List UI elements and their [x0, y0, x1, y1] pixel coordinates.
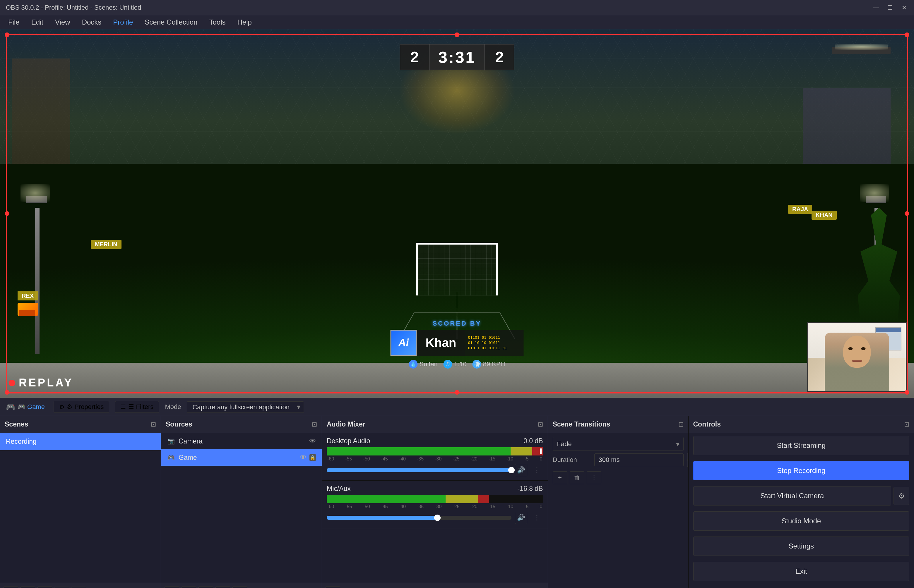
desktop-audio-slider[interactable] [327, 468, 512, 472]
game-source-indicator: 🎮 🎮 Game [6, 402, 48, 412]
move-scene-up-button[interactable]: ▲ [55, 586, 69, 588]
menu-tools[interactable]: Tools [204, 16, 231, 29]
game-preview: 2 3:31 2 MERLIN KHAN RAJA REX SCO [0, 29, 914, 398]
preview-area[interactable]: 2 3:31 2 MERLIN KHAN RAJA REX SCO [0, 29, 914, 398]
sources-title: Sources [166, 420, 192, 428]
start-virtual-camera-button[interactable]: Start Virtual Camera [693, 486, 891, 506]
move-source-up-button[interactable]: ▲ [216, 586, 230, 588]
copy-scene-button[interactable]: ⧉ [37, 586, 52, 588]
filters-tab[interactable]: ☰ ☰ Filters [115, 401, 159, 413]
remove-source-button[interactable]: 🗑 [182, 586, 196, 588]
app-title: OBS 30.0.2 - Profile: Untitled - Scenes:… [6, 4, 141, 11]
scene-item-recording[interactable]: Recording [0, 433, 161, 450]
controls-expand-icon[interactable]: ⊡ [904, 421, 909, 428]
score-time: 3:31 [429, 44, 485, 70]
add-scene-button[interactable]: + [3, 586, 18, 588]
camera-visibility-btn[interactable]: 👁 [310, 437, 316, 445]
mode-select[interactable]: Capture any fullscreen application [187, 401, 304, 413]
studio-mode-button[interactable]: Studio Mode [693, 511, 910, 531]
scored-by-overlay: SCORED BY Ai Khan 01101 01 0101101 10 10… [391, 320, 524, 368]
game-lock-icon[interactable]: 🔒 [310, 454, 316, 461]
menu-profile[interactable]: Profile [108, 16, 138, 29]
sources-list: 📷 Camera 👁 🎮 Game 👁 🔒 [161, 433, 322, 583]
scenes-list: Recording [0, 433, 161, 583]
settings-button[interactable]: Settings [693, 536, 910, 556]
audio-channels-list: Desktop Audio 0.0 dB -60-55-50-45-40-35-… [322, 433, 548, 583]
transitions-header: Scene Transitions ⊡ [548, 416, 688, 433]
audio-mixer-expand-icon[interactable]: ⊡ [538, 421, 543, 428]
person-body [825, 333, 889, 391]
audio-link-btn[interactable]: 🔗 [326, 586, 340, 588]
duration-spinner: ▲ ▼ [687, 453, 688, 467]
transitions-content: Fade ▾ Duration ▲ ▼ + 🗑 ⋮ [548, 433, 688, 588]
sources-panel-header: Sources ⊡ [161, 416, 322, 433]
stop-recording-button[interactable]: Stop Recording [693, 461, 910, 480]
scenes-expand-icon[interactable]: ⊡ [151, 421, 156, 428]
desktop-audio-meter [327, 447, 543, 456]
desktop-audio-cursor [540, 449, 541, 454]
transitions-expand-icon[interactable]: ⊡ [678, 421, 684, 428]
transition-select-wrap: Fade ▾ [553, 437, 684, 451]
mic-aux-channel: Mic/Aux -16.8 dB -60-55-50-45-40-35-30-2… [322, 481, 548, 528]
menu-scene-collection[interactable]: Scene Collection [139, 16, 203, 29]
light-pole-left [35, 208, 39, 354]
source-item-game[interactable]: 🎮 Game 👁 🔒 [161, 449, 322, 466]
filters-icon: ☰ [121, 404, 126, 410]
game-visibility-btn[interactable]: 👁 [300, 454, 306, 461]
game-icon: 🎮 [6, 402, 15, 412]
scenes-toolbar: + 🗑 ⧉ ▲ ▼ [0, 583, 161, 588]
virtual-camera-settings-icon: ⚙ [898, 491, 905, 501]
minimize-button[interactable]: — [872, 3, 880, 12]
remove-scene-button[interactable]: 🗑 [21, 586, 35, 588]
move-scene-down-button[interactable]: ▼ [71, 586, 86, 588]
transition-menu-btn[interactable]: ⋮ [587, 471, 601, 484]
remove-transition-btn[interactable]: 🗑 [570, 471, 584, 484]
score-team1: 2 [400, 44, 429, 70]
audio-mixer-panel: Audio Mixer ⊡ Desktop Audio 0.0 dB [322, 416, 548, 588]
source-item-camera[interactable]: 📷 Camera 👁 [161, 433, 322, 449]
move-source-down-button[interactable]: ▼ [232, 586, 247, 588]
virtual-camera-settings-button[interactable]: ⚙ [893, 487, 909, 505]
mic-aux-slider[interactable] [327, 516, 512, 520]
start-streaming-button[interactable]: Start Streaming [693, 436, 910, 455]
properties-tab[interactable]: ⚙ ⚙ Properties [53, 401, 109, 413]
audio-mixer-menu-btn[interactable]: ⋮ [342, 586, 355, 588]
mode-bar: 🎮 🎮 Game ⚙ ⚙ Properties ☰ ☰ Filters Mode… [0, 398, 914, 416]
exit-button[interactable]: Exit [693, 562, 910, 581]
desktop-audio-menu-btn[interactable]: ⋮ [531, 464, 543, 476]
add-source-button[interactable]: + [165, 586, 179, 588]
webcam-overlay [807, 322, 907, 392]
mic-aux-menu-btn[interactable]: ⋮ [531, 512, 543, 524]
duration-row: Duration ▲ ▼ [553, 453, 684, 467]
transitions-title: Scene Transitions [553, 420, 610, 428]
title-bar: OBS 30.0.2 - Profile: Untitled - Scenes:… [0, 0, 914, 15]
mic-aux-scale: -60-55-50-45-40-35-30-25-20-15-10-50 [327, 504, 543, 509]
menu-help[interactable]: Help [232, 16, 257, 29]
overhead-lights [832, 47, 891, 54]
transition-select[interactable]: Fade [553, 437, 684, 451]
close-button[interactable]: ✕ [900, 3, 908, 12]
add-transition-btn[interactable]: + [553, 471, 567, 484]
sources-expand-icon[interactable]: ⊡ [312, 421, 317, 428]
desktop-audio-mute-btn[interactable]: 🔊 [515, 464, 527, 476]
source-settings-button[interactable]: ⚙ [198, 586, 213, 588]
duration-spin-down[interactable]: ▼ [687, 460, 688, 467]
scored-by-stats: 💧 Sultan ⏱ 1:10 💨 89 KPH [409, 360, 505, 368]
menu-edit[interactable]: Edit [26, 16, 49, 29]
replay-indicator: REPLAY [9, 376, 73, 389]
bottom-panels: Scenes ⊡ Recording + 🗑 ⧉ ▲ ▼ Sources ⊡ [0, 416, 914, 588]
sources-toolbar: + 🗑 ⚙ ▲ ▼ [161, 583, 322, 588]
maximize-button[interactable]: ❐ [886, 3, 894, 12]
duration-spin-up[interactable]: ▲ [687, 453, 688, 460]
mic-aux-mute-btn[interactable]: 🔊 [515, 512, 527, 524]
menu-docks[interactable]: Docks [77, 16, 107, 29]
audio-mixer-toolbar: 🔗 ⋮ [322, 583, 548, 588]
menu-view[interactable]: View [50, 16, 76, 29]
duration-input[interactable] [594, 454, 684, 466]
scenes-title: Scenes [5, 420, 28, 428]
player-rex: REX [18, 291, 38, 316]
game-source-icon: 🎮 [167, 454, 175, 462]
replay-dot [9, 380, 15, 386]
menu-file[interactable]: File [3, 16, 25, 29]
scored-by-data: 01101 01 0101101 10 10 0101101011 01 010… [465, 330, 524, 356]
